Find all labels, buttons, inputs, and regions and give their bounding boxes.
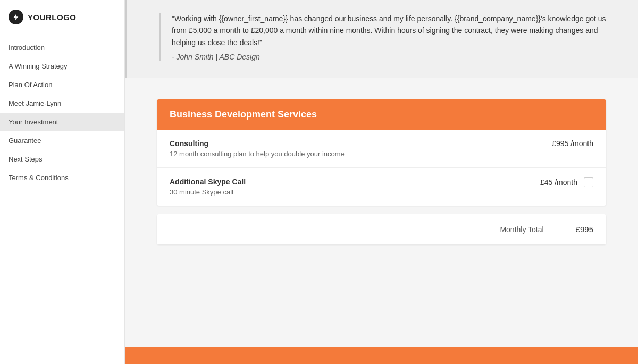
pricing-row-skype: Additional Skype Call 30 minute Skype ca…	[157, 168, 606, 206]
pricing-card: Business Development Services Consulting…	[157, 99, 606, 206]
skype-price: £45 /month	[540, 178, 577, 187]
skype-description: 30 minute Skype call	[170, 188, 246, 196]
testimonial-quote: "Working with {{owner_first_name}} has c…	[172, 13, 606, 48]
pricing-row-left-skype: Additional Skype Call 30 minute Skype ca…	[170, 177, 246, 196]
sidebar-item-a-winning-strategy[interactable]: A Winning Strategy	[0, 57, 124, 75]
consulting-title: Consulting	[170, 139, 345, 148]
pricing-row-consulting: Consulting 12 month consulting plan to h…	[157, 130, 606, 168]
sidebar-item-meet-jamie-lynn[interactable]: Meet Jamie-Lynn	[0, 94, 124, 113]
skype-checkbox[interactable]	[584, 177, 593, 187]
pricing-row-right-skype: £45 /month	[540, 177, 593, 187]
sidebar: YOURLOGO Introduction A Winning Strategy…	[0, 0, 125, 364]
consulting-description: 12 month consulting plan to help you dou…	[170, 150, 345, 158]
total-card: Monthly Total £995	[157, 214, 606, 244]
pricing-section-title: Business Development Services	[170, 109, 317, 120]
total-label: Monthly Total	[500, 225, 543, 234]
sidebar-item-introduction[interactable]: Introduction	[0, 38, 124, 57]
consulting-price: £995 /month	[552, 139, 593, 148]
testimonial-section: "Working with {{owner_first_name}} has c…	[125, 0, 638, 78]
sidebar-item-next-steps[interactable]: Next Steps	[0, 150, 124, 168]
skype-title: Additional Skype Call	[170, 177, 246, 186]
pricing-row-right-consulting: £995 /month	[552, 139, 593, 148]
sidebar-item-your-investment[interactable]: Your Investment	[0, 113, 124, 131]
logo: YOURLOGO	[0, 0, 124, 34]
footer-bar	[125, 347, 638, 364]
sidebar-item-guarantee[interactable]: Guarantee	[0, 131, 124, 150]
bolt-icon	[9, 10, 23, 24]
pricing-row-left-consulting: Consulting 12 month consulting plan to h…	[170, 139, 345, 158]
total-amount: £995	[576, 225, 593, 234]
main-content: "Working with {{owner_first_name}} has c…	[125, 0, 638, 364]
logo-text: YOURLOGO	[28, 13, 77, 22]
content-area: Business Development Services Consulting…	[125, 78, 638, 266]
testimonial-border: "Working with {{owner_first_name}} has c…	[159, 13, 606, 61]
pricing-header: Business Development Services	[157, 99, 606, 130]
sidebar-item-plan-of-action[interactable]: Plan Of Action	[0, 75, 124, 94]
sidebar-item-terms-conditions[interactable]: Terms & Conditions	[0, 168, 124, 187]
testimonial-author: - John Smith | ABC Design	[172, 53, 606, 61]
sidebar-nav: Introduction A Winning Strategy Plan Of …	[0, 34, 124, 191]
